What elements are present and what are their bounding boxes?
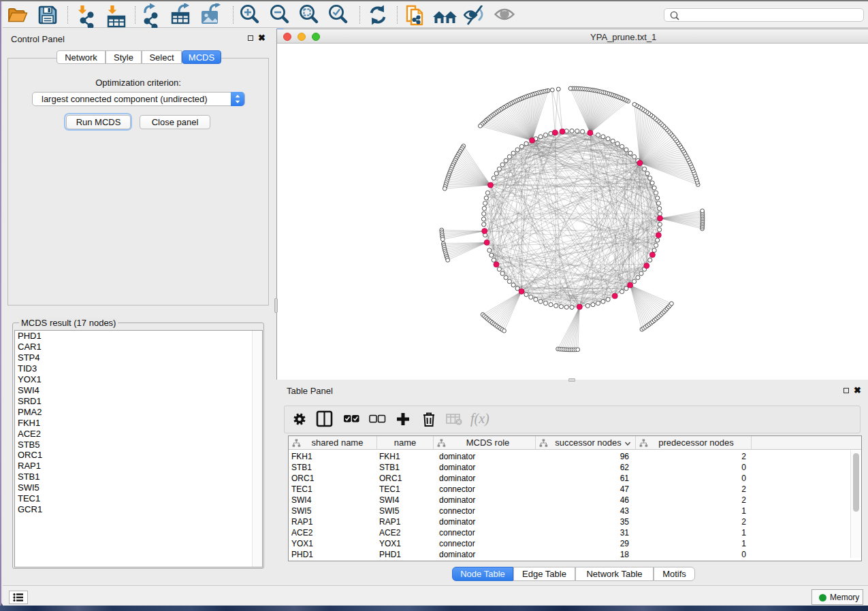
svg-text:f(x): f(x) — [470, 411, 489, 427]
